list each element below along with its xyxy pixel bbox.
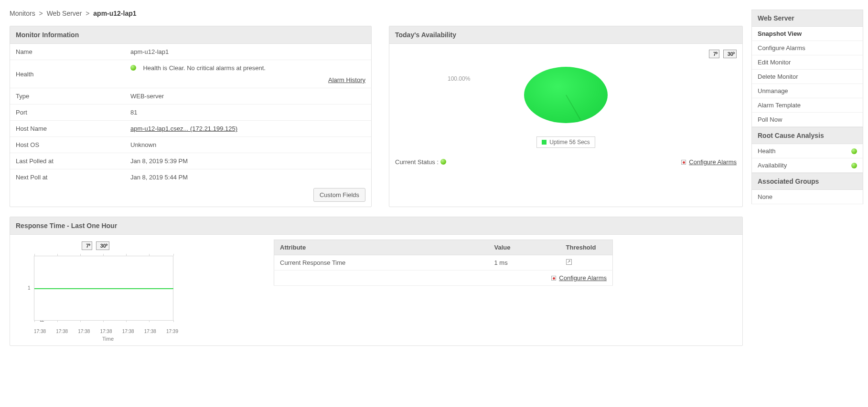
availability-7d-button[interactable]: 7 (709, 50, 719, 58)
rt-30d-button[interactable]: 30 (96, 241, 109, 250)
mi-name-value: apm-u12-lap1 (125, 44, 371, 60)
configure-alarms-icon (551, 276, 556, 281)
rt-xtick: 17:38 (78, 329, 90, 334)
sidebar-item-edit-monitor[interactable]: Edit Monitor (752, 55, 863, 70)
mi-health-text: Health is Clear. No critical alarms at p… (143, 64, 265, 72)
mi-os-value: Unknown (125, 137, 371, 153)
rt-xtick: 17:39 (166, 329, 178, 334)
breadcrumb-sep: > (37, 10, 45, 17)
rt-attr-name: Current Response Time (274, 255, 489, 271)
rt-xlabel: Time (29, 336, 187, 342)
mi-host-label: Host Name (10, 121, 125, 137)
mi-health-value-cell: Health is Clear. No critical alarms at p… (125, 60, 371, 88)
sidebar-item-availability[interactable]: Availability (752, 158, 863, 173)
mi-lastpoll-value: Jan 8, 2019 5:39 PM (125, 153, 371, 169)
rt-configure-alarms-link[interactable]: Configure Alarms (559, 274, 607, 282)
sidebar-item-configure-alarms[interactable]: Configure Alarms (752, 41, 863, 55)
breadcrumb: Monitors > Web Server > apm-u12-lap1 (10, 5, 743, 26)
sidebar: Web Server Snapshot View Configure Alarm… (751, 10, 863, 355)
monitor-info-table: Name apm-u12-lap1 Health Health is Clear… (10, 44, 371, 185)
mi-port-label: Port (10, 104, 125, 121)
sidebar-rca-availability-label: Availability (758, 162, 787, 169)
mi-nextpoll-value: Jan 8, 2019 5:44 PM (125, 169, 371, 186)
availability-dot-icon (851, 163, 857, 168)
rt-xtick: 17:38 (100, 329, 112, 334)
sidebar-item-alarm-template[interactable]: Alarm Template (752, 98, 863, 113)
rt-ytick: 1 (28, 285, 31, 291)
table-row: Current Response Time 1 ms (274, 255, 613, 271)
rt-7d-button[interactable]: 7 (82, 241, 92, 250)
rt-xtick: 17:38 (122, 329, 134, 334)
availability-panel: Today's Availability 7 30 100.00% (389, 26, 743, 207)
health-dot-icon (851, 148, 857, 154)
current-status: Current Status : (395, 158, 446, 166)
breadcrumb-current: apm-u12-lap1 (93, 10, 136, 17)
mi-port-value: 81 (125, 104, 371, 121)
rt-attr-value: 1 ms (489, 255, 560, 271)
availability-chart: 100.00% Uptime 56 Secs (395, 67, 737, 148)
sidebar-item-poll-now[interactable]: Poll Now (752, 113, 863, 127)
response-time-panel: Response Time - Last One Hour 7 30 Respo… (10, 217, 743, 346)
mi-type-value: WEB-server (125, 88, 371, 104)
sidebar-item-delete-monitor[interactable]: Delete Monitor (752, 70, 863, 84)
sidebar-item-unmanage[interactable]: Unmanage (752, 84, 863, 98)
sidebar-item-none: None (752, 190, 863, 204)
threshold-edit-icon[interactable] (566, 259, 572, 265)
rt-th-attribute: Attribute (274, 240, 489, 255)
sidebar-header-rca: Root Cause Analysis (751, 127, 863, 144)
mi-os-label: Host OS (10, 137, 125, 153)
health-status-dot-icon (130, 65, 136, 71)
custom-fields-button[interactable]: Custom Fields (313, 188, 365, 202)
mi-name-label: Name (10, 44, 125, 60)
mi-host-link[interactable]: apm-u12-lap1.csez... (172.21.199.125) (130, 125, 237, 132)
mi-lastpoll-label: Last Polled at (10, 153, 125, 169)
availability-configure-alarms-link[interactable]: Configure Alarms (689, 158, 737, 166)
rt-attribute-table: Attribute Value Threshold Current Respon… (274, 240, 613, 286)
sidebar-header-webserver: Web Server (751, 10, 863, 27)
sidebar-item-snapshot-view[interactable]: Snapshot View (752, 27, 863, 41)
mi-health-label: Health (10, 60, 125, 88)
availability-legend: Uptime 56 Secs (536, 136, 595, 148)
availability-header: Today's Availability (389, 26, 742, 44)
table-row: Configure Alarms (274, 271, 613, 286)
rt-xtick: 17:38 (144, 329, 156, 334)
rt-line (34, 288, 173, 289)
rt-th-threshold: Threshold (560, 240, 613, 255)
monitor-info-panel: Monitor Information Name apm-u12-lap1 He… (10, 26, 372, 207)
rt-xtick: 17:38 (34, 329, 46, 334)
breadcrumb-webserver[interactable]: Web Server (47, 10, 82, 17)
availability-percent-label: 100.00% (448, 75, 470, 82)
response-time-chart: 7 30 Response Time in ms 1 (16, 240, 188, 340)
current-status-dot-icon (440, 159, 446, 165)
monitor-info-header: Monitor Information (10, 26, 371, 44)
mi-nextpoll-label: Next Poll at (10, 169, 125, 186)
breadcrumb-monitors[interactable]: Monitors (10, 10, 35, 17)
alarm-history-link[interactable]: Alarm History (328, 76, 365, 83)
rt-plot: 1 (34, 256, 173, 321)
legend-square-icon (542, 140, 547, 145)
availability-30d-button[interactable]: 30 (723, 50, 737, 58)
mi-type-label: Type (10, 88, 125, 104)
sidebar-rca-health-label: Health (758, 147, 776, 155)
rt-xticks: 17:38 17:38 17:38 17:38 17:38 17:38 17:3… (34, 329, 178, 334)
breadcrumb-sep: > (84, 10, 91, 17)
response-time-header: Response Time - Last One Hour (10, 217, 742, 235)
current-status-label: Current Status : (395, 158, 439, 166)
sidebar-header-groups: Associated Groups (751, 173, 863, 190)
rt-th-value: Value (489, 240, 560, 255)
sidebar-item-health[interactable]: Health (752, 144, 863, 158)
configure-alarms-icon (681, 160, 686, 165)
pie-icon (524, 67, 608, 134)
rt-xtick: 17:38 (56, 329, 68, 334)
availability-legend-text: Uptime 56 Secs (549, 139, 590, 146)
